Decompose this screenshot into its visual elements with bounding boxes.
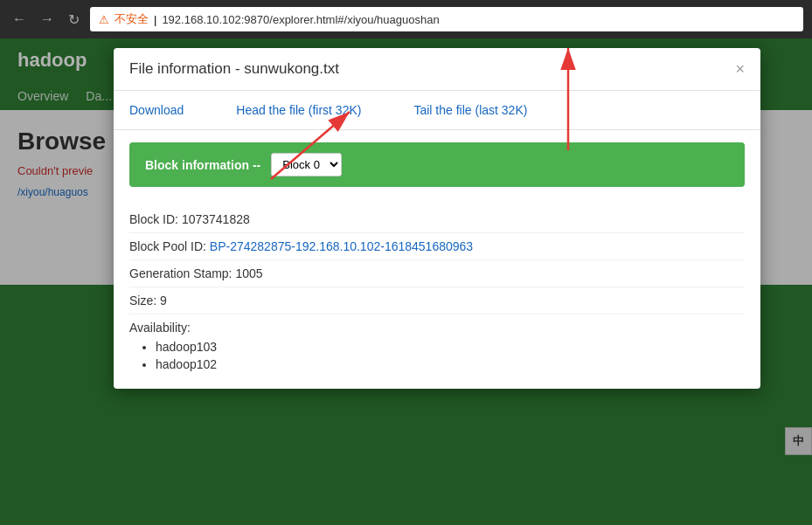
generation-stamp-value: 1005 <box>235 266 262 280</box>
address-bar[interactable]: ⚠ 不安全 | 192.168.10.102:9870/explorer.htm… <box>90 7 803 31</box>
modal-links: Download Head the file (first 32K) Tail … <box>114 91 760 130</box>
modal-close-button[interactable]: × <box>735 61 745 77</box>
head-file-link[interactable]: Head the file (first 32K) <box>236 103 361 117</box>
insecure-label: 不安全 <box>115 11 149 27</box>
block-id-row: Block ID: 1073741828 <box>129 206 745 233</box>
block-pool-id-row: Block Pool ID: BP-274282875-192.168.10.1… <box>129 233 745 260</box>
modal-body: Block ID: 1073741828 Block Pool ID: BP-2… <box>114 199 760 389</box>
modal-header: File information - sunwukong.txt × <box>114 48 760 91</box>
generation-stamp-label: Generation Stamp: <box>129 266 235 280</box>
back-button[interactable]: ← <box>9 8 30 31</box>
download-link[interactable]: Download <box>129 103 184 117</box>
size-label: Size: <box>129 294 160 307</box>
warning-icon: ⚠ <box>99 13 109 26</box>
block-info-label: Block information -- <box>145 158 260 172</box>
block-pool-value: BP-274282875-192.168.10.102-161845168096… <box>210 239 473 253</box>
forward-button[interactable]: → <box>37 8 58 31</box>
generation-stamp-row: Generation Stamp: 1005 <box>129 260 745 287</box>
separator: | <box>154 13 156 26</box>
block-id-label: Block ID: <box>129 212 182 226</box>
list-item: hadoop102 <box>156 356 745 373</box>
size-value: 9 <box>160 294 167 307</box>
availability-label: Availability: <box>129 314 745 338</box>
browser-chrome: ← → ↻ ⚠ 不安全 | 192.168.10.102:9870/explor… <box>0 0 812 38</box>
block-id-value: 1073741828 <box>182 212 250 226</box>
list-item: hadoop103 <box>156 338 745 356</box>
block-select[interactable]: Block 0 <box>271 153 342 176</box>
file-info-modal: File information - sunwukong.txt × Downl… <box>114 48 760 389</box>
size-row: Size: 9 <box>129 287 745 314</box>
block-info-header: Block information -- Block 0 <box>129 142 745 187</box>
availability-list: hadoop103 hadoop102 <box>129 338 745 373</box>
modal-title: File information - sunwukong.txt <box>129 60 339 78</box>
block-pool-label: Block Pool ID: <box>129 239 210 253</box>
tail-file-link[interactable]: Tail the file (last 32K) <box>413 103 527 117</box>
reload-button[interactable]: ↻ <box>65 8 83 31</box>
url-text: 192.168.10.102:9870/explorer.html#/xiyou… <box>162 13 439 26</box>
